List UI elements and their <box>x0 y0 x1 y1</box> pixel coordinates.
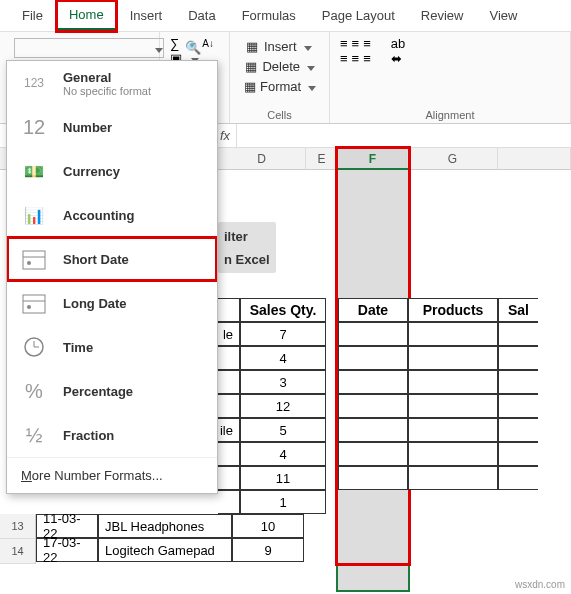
format-icon: 123 <box>17 69 51 97</box>
row-header[interactable]: 14 <box>0 539 36 564</box>
svg-rect-3 <box>23 295 45 313</box>
cell[interactable] <box>218 466 240 490</box>
format-icon: ▦ <box>244 78 256 94</box>
svg-point-5 <box>27 305 31 309</box>
cell[interactable]: 4 <box>240 346 326 370</box>
svg-rect-0 <box>23 251 45 269</box>
cell[interactable] <box>498 418 538 442</box>
cell[interactable] <box>408 442 498 466</box>
format-icon: 📊 <box>17 201 51 229</box>
table-header-sales: Sales Qty. <box>240 298 326 322</box>
wrap-text-icon[interactable]: ab <box>391 36 405 51</box>
row-header[interactable]: 13 <box>0 514 36 539</box>
align-right-icon[interactable]: ≡ <box>363 51 371 66</box>
format-icon: 12 <box>17 113 51 141</box>
insert-cells-button[interactable]: ▦Insert <box>240 36 319 56</box>
cell[interactable] <box>338 346 408 370</box>
format-option-fraction[interactable]: ½ Fraction <box>7 413 217 457</box>
cell-product[interactable]: Logitech Gamepad <box>98 538 232 562</box>
cell-qty[interactable]: 10 <box>232 514 304 538</box>
cell[interactable] <box>498 322 538 346</box>
align-left-icon[interactable]: ≡ <box>340 51 348 66</box>
tab-view[interactable]: View <box>477 2 529 29</box>
col-header-f[interactable]: F <box>338 148 408 169</box>
cell[interactable] <box>218 370 240 394</box>
cell[interactable]: 4 <box>240 442 326 466</box>
table-header-date: Date <box>338 298 408 322</box>
cell[interactable] <box>338 394 408 418</box>
cell[interactable]: 7 <box>240 322 326 346</box>
tab-home[interactable]: Home <box>57 1 116 31</box>
cell[interactable]: le <box>218 322 240 346</box>
table-header-sales-right: Sal <box>498 298 538 322</box>
delete-cells-button[interactable]: ▦Delete <box>240 56 319 76</box>
cell[interactable] <box>218 442 240 466</box>
col-header-g[interactable]: G <box>408 148 498 169</box>
cell[interactable] <box>218 394 240 418</box>
tab-data[interactable]: Data <box>176 2 227 29</box>
cell[interactable] <box>338 322 408 346</box>
title-text: ilter n Excel <box>218 222 276 273</box>
cell[interactable] <box>338 370 408 394</box>
cell[interactable] <box>218 346 240 370</box>
cell[interactable] <box>408 346 498 370</box>
cell[interactable] <box>498 394 538 418</box>
svg-point-2 <box>27 261 31 265</box>
col-header-e[interactable]: E <box>306 148 338 169</box>
number-format-dropdown: 123 GeneralNo specific format12 Number💵 … <box>6 60 218 494</box>
format-cells-button[interactable]: ▦Format <box>240 76 319 96</box>
table-header-products: Products <box>408 298 498 322</box>
watermark: wsxdn.com <box>515 579 565 590</box>
format-option-percentage[interactable]: % Percentage <box>7 369 217 413</box>
cell[interactable]: 3 <box>240 370 326 394</box>
cell[interactable]: 5 <box>240 418 326 442</box>
format-option-long-date[interactable]: Long Date <box>7 281 217 325</box>
align-top-icon[interactable]: ≡ <box>340 36 348 51</box>
cell[interactable] <box>498 370 538 394</box>
cell[interactable] <box>218 490 240 514</box>
tab-file[interactable]: File <box>10 2 55 29</box>
format-option-accounting[interactable]: 📊 Accounting <box>7 193 217 237</box>
cell[interactable] <box>408 466 498 490</box>
format-icon: 💵 <box>17 157 51 185</box>
cell[interactable]: 1 <box>240 490 326 514</box>
col-header-d[interactable]: D <box>218 148 306 169</box>
align-center-icon[interactable]: ≡ <box>352 51 360 66</box>
cell[interactable] <box>338 466 408 490</box>
fx-icon[interactable]: fx <box>220 128 230 143</box>
format-option-number[interactable]: 12 Number <box>7 105 217 149</box>
cell[interactable] <box>408 322 498 346</box>
cell[interactable] <box>408 418 498 442</box>
align-bottom-icon[interactable]: ≡ <box>363 36 371 51</box>
cell[interactable]: 11 <box>240 466 326 490</box>
format-icon: % <box>17 377 51 405</box>
cell[interactable] <box>408 370 498 394</box>
cell[interactable]: 12 <box>240 394 326 418</box>
format-icon <box>17 245 51 273</box>
tab-insert[interactable]: Insert <box>118 2 175 29</box>
cell-product[interactable]: JBL Headphones <box>98 514 232 538</box>
cell[interactable] <box>498 346 538 370</box>
cell-qty[interactable]: 9 <box>232 538 304 562</box>
tab-review[interactable]: Review <box>409 2 476 29</box>
merge-icon[interactable]: ⬌ <box>391 51 402 66</box>
format-option-time[interactable]: Time <box>7 325 217 369</box>
cell[interactable] <box>498 442 538 466</box>
cell[interactable] <box>408 394 498 418</box>
number-format-box[interactable] <box>14 38 164 58</box>
format-option-currency[interactable]: 💵 Currency <box>7 149 217 193</box>
tab-page-layout[interactable]: Page Layout <box>310 2 407 29</box>
tab-formulas[interactable]: Formulas <box>230 2 308 29</box>
cell-date[interactable]: 17-03-22 <box>36 538 98 562</box>
align-middle-icon[interactable]: ≡ <box>352 36 360 51</box>
delete-icon: ▦ <box>244 58 258 74</box>
cell[interactable] <box>338 418 408 442</box>
format-option-short-date[interactable]: Short Date <box>7 237 217 281</box>
format-icon <box>17 333 51 361</box>
cell[interactable] <box>338 442 408 466</box>
format-icon: ½ <box>17 421 51 449</box>
format-option-general[interactable]: 123 GeneralNo specific format <box>7 61 217 105</box>
cell[interactable] <box>498 466 538 490</box>
cell[interactable]: ile <box>218 418 240 442</box>
more-number-formats[interactable]: More Number Formats... <box>7 457 217 493</box>
